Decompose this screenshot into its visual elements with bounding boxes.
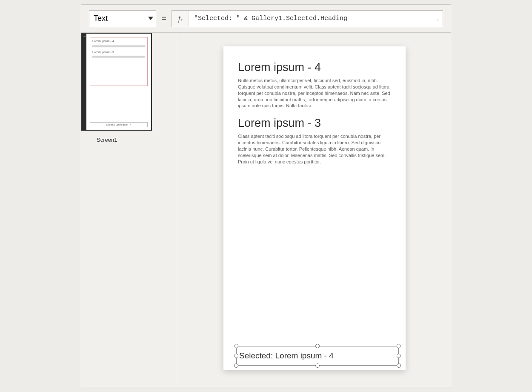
device-frame: Lorem ipsum - 4 Nulla metus metus, ullam… — [223, 46, 406, 370]
thumbnail-heading-2: Lorem ipsum - 3 — [92, 51, 145, 54]
thumbnail-body: Lorem ipsum - 4 Lorem ipsum - 3 Selected… — [86, 34, 151, 130]
selected-label-control[interactable]: Selected: Lorem ipsum - 4 — [236, 346, 399, 366]
selected-label-text: Selected: Lorem ipsum - 4 — [236, 346, 399, 366]
gallery-item[interactable]: Lorem ipsum - 4 Nulla metus metus, ullam… — [238, 61, 391, 109]
screen-thumbnail[interactable]: ••• Lorem ipsum - 4 Lorem ipsum - 3 Sele… — [81, 33, 152, 131]
app-frame: Text = fx ⌄ ••• Lorem ipsum - 4 Lorem ip… — [81, 4, 451, 387]
thumbnail-heading-1: Lorem ipsum - 4 — [92, 40, 145, 43]
screens-panel: ••• Lorem ipsum - 4 Lorem ipsum - 3 Sele… — [81, 33, 178, 387]
resize-handle-bc[interactable] — [315, 363, 320, 368]
formula-input-wrap: fx ⌄ — [172, 10, 443, 27]
property-dropdown-value: Text — [94, 14, 108, 23]
canvas-area[interactable]: Lorem ipsum - 4 Nulla metus metus, ullam… — [178, 33, 451, 387]
chevron-down-icon — [148, 17, 153, 20]
gallery-item[interactable]: Lorem ipsum - 3 Class aptent taciti soci… — [238, 117, 391, 165]
fx-icon[interactable]: fx — [172, 11, 189, 27]
workspace: ••• Lorem ipsum - 4 Lorem ipsum - 3 Sele… — [81, 33, 451, 387]
resize-handle-mr[interactable] — [397, 354, 401, 358]
thumbnail-body-lines-2 — [92, 55, 145, 59]
gallery-heading: Lorem ipsum - 3 — [238, 117, 391, 130]
gallery-body: Class aptent taciti sociosqu ad litora t… — [238, 133, 391, 165]
resize-handle-ml[interactable] — [234, 354, 238, 358]
thumbnail-selected-label: Selected: Lorem ipsum - 4 — [90, 122, 148, 127]
thumbnail-sidebar-strip: ••• — [82, 34, 86, 130]
formula-input[interactable] — [189, 11, 443, 27]
resize-handle-br[interactable] — [397, 363, 401, 368]
resize-handle-tr[interactable] — [397, 344, 401, 348]
formula-bar: Text = fx ⌄ — [81, 5, 451, 33]
gallery-heading: Lorem ipsum - 4 — [238, 61, 391, 74]
resize-handle-bl[interactable] — [234, 363, 238, 368]
thumbnail-gallery-outline: Lorem ipsum - 4 Lorem ipsum - 3 — [90, 37, 148, 86]
thumbnail-body-lines-1 — [92, 44, 145, 48]
equals-label: = — [160, 14, 167, 23]
resize-handle-tc[interactable] — [315, 344, 320, 348]
screen-name-label[interactable]: Screen1 — [97, 137, 178, 143]
gallery-body: Nulla metus metus, ullamcorper vel, tinc… — [238, 77, 391, 109]
property-dropdown[interactable]: Text — [89, 10, 156, 27]
resize-handle-tl[interactable] — [234, 344, 238, 348]
expand-formula-icon[interactable]: ⌄ — [436, 16, 439, 21]
